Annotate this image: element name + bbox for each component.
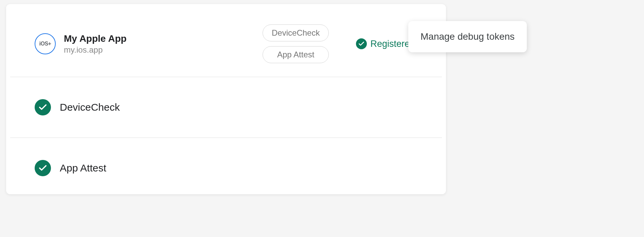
- check-circle-icon: [35, 99, 51, 115]
- registration-status: Registered: [356, 38, 415, 49]
- manage-debug-tokens-menu-item[interactable]: Manage debug tokens: [408, 21, 527, 52]
- check-circle-icon: [356, 38, 367, 49]
- chip-appattest[interactable]: App Attest: [263, 46, 329, 63]
- app-info: My Apple App my.ios.app: [64, 33, 127, 55]
- app-header: iOS+ My Apple App my.ios.app DeviceCheck…: [10, 4, 442, 77]
- app-name: My Apple App: [64, 33, 127, 44]
- chip-devicecheck[interactable]: DeviceCheck: [263, 24, 329, 41]
- popup-label: Manage debug tokens: [421, 31, 515, 42]
- provider-chips: DeviceCheck App Attest: [263, 24, 329, 63]
- attestation-item-devicecheck[interactable]: DeviceCheck: [10, 77, 442, 138]
- attestation-label: App Attest: [60, 162, 106, 174]
- attestation-list: DeviceCheck App Attest: [6, 77, 446, 198]
- ios-icon-label: iOS+: [39, 41, 51, 47]
- check-circle-icon: [35, 160, 51, 176]
- app-bundle-id: my.ios.app: [64, 45, 127, 55]
- attestation-item-appattest[interactable]: App Attest: [10, 138, 442, 198]
- app-card: iOS+ My Apple App my.ios.app DeviceCheck…: [6, 4, 446, 194]
- ios-platform-icon: iOS+: [35, 33, 56, 54]
- attestation-label: DeviceCheck: [60, 102, 120, 113]
